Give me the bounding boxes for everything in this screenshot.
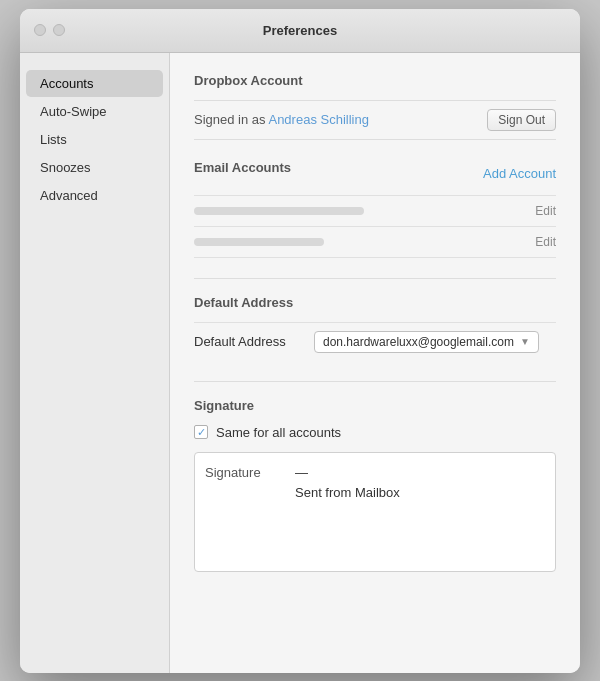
close-button[interactable] — [34, 24, 46, 36]
add-account-button[interactable]: Add Account — [483, 166, 556, 181]
sidebar-item-lists[interactable]: Lists — [26, 126, 163, 153]
traffic-lights — [34, 24, 65, 36]
email-account-row-1: Edit — [194, 195, 556, 226]
main-panel: Dropbox Account Signed in as Andreas Sch… — [170, 53, 580, 673]
signature-label: Signature — [205, 463, 295, 561]
dropbox-section-title: Dropbox Account — [194, 73, 556, 88]
same-for-all-checkbox[interactable] — [194, 425, 208, 439]
address-row: Default Address don.hardwareluxx@googlem… — [194, 322, 556, 361]
content-area: Accounts Auto-Swipe Lists Snoozes Advanc… — [20, 53, 580, 673]
email-account-row-2: Edit — [194, 226, 556, 258]
email-placeholder-1 — [194, 207, 364, 215]
same-for-all-row: Same for all accounts — [194, 425, 556, 440]
window-title: Preferences — [263, 23, 337, 38]
email-section-title: Email Accounts — [194, 160, 291, 175]
sign-out-button[interactable]: Sign Out — [487, 109, 556, 131]
signed-in-name: Andreas Schilling — [268, 112, 368, 127]
email-placeholder-2 — [194, 238, 324, 246]
default-address-section: Default Address Default Address don.hard… — [194, 278, 556, 361]
select-arrow-icon: ▼ — [520, 336, 530, 347]
preferences-window: Preferences Accounts Auto-Swipe Lists Sn… — [20, 9, 580, 673]
same-for-all-label: Same for all accounts — [216, 425, 341, 440]
signed-in-text: Signed in as Andreas Schilling — [194, 112, 369, 127]
titlebar: Preferences — [20, 9, 580, 53]
address-label: Default Address — [194, 334, 314, 349]
email-section: Email Accounts Add Account Edit Edit — [194, 160, 556, 258]
signature-content: — Sent from Mailbox — [295, 463, 400, 561]
signed-in-row: Signed in as Andreas Schilling Sign Out — [194, 100, 556, 140]
signature-section: Signature Same for all accounts Signatur… — [194, 381, 556, 572]
sidebar-item-auto-swipe[interactable]: Auto-Swipe — [26, 98, 163, 125]
signature-dash: — — [295, 463, 400, 484]
sidebar-item-advanced[interactable]: Advanced — [26, 182, 163, 209]
minimize-button[interactable] — [53, 24, 65, 36]
default-address-section-title: Default Address — [194, 295, 556, 310]
email-header: Email Accounts Add Account — [194, 160, 556, 187]
address-value: don.hardwareluxx@googlemail.com — [323, 335, 514, 349]
email-edit-button-1[interactable]: Edit — [535, 204, 556, 218]
sidebar-item-snoozes[interactable]: Snoozes — [26, 154, 163, 181]
signature-text: Sent from Mailbox — [295, 483, 400, 504]
signature-section-title: Signature — [194, 398, 556, 413]
sidebar-item-accounts[interactable]: Accounts — [26, 70, 163, 97]
dropbox-section: Dropbox Account Signed in as Andreas Sch… — [194, 73, 556, 140]
sidebar: Accounts Auto-Swipe Lists Snoozes Advanc… — [20, 53, 170, 673]
signature-box[interactable]: Signature — Sent from Mailbox — [194, 452, 556, 572]
address-select[interactable]: don.hardwareluxx@googlemail.com ▼ — [314, 331, 539, 353]
email-edit-button-2[interactable]: Edit — [535, 235, 556, 249]
